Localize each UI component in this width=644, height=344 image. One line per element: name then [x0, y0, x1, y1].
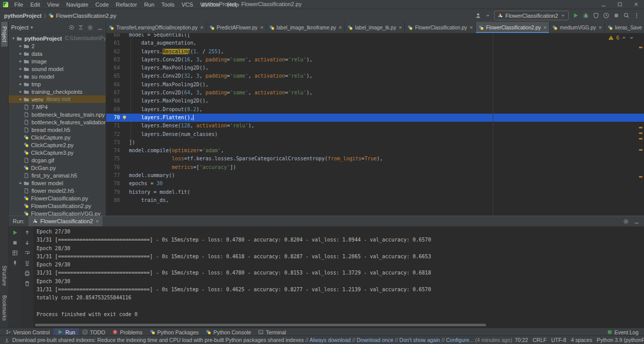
tree-item-venv[interactable]: ▸venvlibrary root: [9, 95, 106, 103]
locate-icon[interactable]: [69, 24, 75, 30]
up-stack-trace-icon[interactable]: [24, 229, 30, 236]
status-link-download-once[interactable]: Download once: [357, 337, 393, 343]
code-line-77[interactable]: 77model.summary(): [106, 171, 644, 180]
warning-stripe-mark[interactable]: [639, 132, 642, 134]
chevron-collapsed-icon[interactable]: ▸: [18, 97, 23, 101]
tree-item-7-mp4[interactable]: 7.MP4: [9, 103, 106, 111]
user-icon[interactable]: [475, 12, 481, 19]
chevron-collapsed-icon[interactable]: ▸: [18, 59, 23, 63]
close-icon[interactable]: ×: [95, 218, 99, 224]
code-line-60[interactable]: 60model = Sequential([: [106, 33, 644, 39]
breadcrumb-project[interactable]: pythonProject: [4, 13, 42, 19]
menu-file[interactable]: File: [11, 2, 27, 8]
project-panel-title[interactable]: Project: [11, 24, 28, 30]
chevron-down-icon[interactable]: [629, 35, 634, 41]
code-editor[interactable]: 60model = Sequential([61 data_augmentati…: [106, 33, 644, 216]
collapse-all-icon[interactable]: [78, 24, 84, 30]
chevron-up-icon[interactable]: [621, 35, 627, 41]
tool-button-structure[interactable]: Structure: [1, 261, 8, 291]
tool-window-button-terminal[interactable]: Terminal: [254, 328, 289, 336]
tree-item-flowerclassificationvgg-py[interactable]: FlowerClassificationVGG.py: [9, 210, 106, 216]
bug-icon[interactable]: [583, 12, 589, 19]
code-line-68[interactable]: 68 layers.MaxPooling2D(),: [106, 97, 644, 105]
close-icon[interactable]: ×: [200, 24, 203, 30]
code-line-74[interactable]: 74model.compile(optimizer='adam',: [106, 147, 644, 155]
inspections-widget[interactable]: 6: [606, 35, 636, 41]
tool-window-button-event-log[interactable]: Event Log: [603, 328, 642, 336]
play-icon[interactable]: [572, 12, 579, 19]
code-line-62[interactable]: 62 layers.Rescaling(1. / 255),: [106, 48, 644, 56]
editor-tab-flowerclassification2-py[interactable]: FlowerClassification2.py×: [476, 22, 550, 33]
code-line-76[interactable]: 76 metrics=['accuracy']): [106, 163, 644, 171]
down-stack-trace-icon[interactable]: [24, 239, 30, 246]
restore-layout-icon[interactable]: [12, 250, 18, 256]
tree-item-tmp[interactable]: ▸tmp: [9, 80, 106, 88]
tree-item-su-model[interactable]: ▸su model: [9, 73, 106, 80]
status-link-configure-[interactable]: Configure...: [446, 337, 473, 343]
tree-item-flowerclassification-py[interactable]: FlowerClassification.py: [9, 194, 106, 202]
code-line-80[interactable]: 80 train_ds,: [106, 196, 644, 204]
status-widget-utf-8[interactable]: UTF-8: [551, 337, 566, 343]
tree-item-flowerclassification2-py[interactable]: FlowerClassification2.py: [9, 202, 106, 210]
scroll-to-end-icon[interactable]: [24, 260, 30, 266]
profiler-icon[interactable]: [603, 12, 609, 19]
coverage-shield-icon[interactable]: [593, 12, 599, 19]
tree-item-flower-model[interactable]: ▸flower model: [9, 179, 106, 187]
breadcrumb-file[interactable]: FlowerClassification2.py: [56, 13, 116, 19]
code-line-70[interactable]: 70 layers.Flatten(),: [106, 114, 644, 122]
code-line-75[interactable]: 75 loss=tf.keras.losses.SparseCategorica…: [106, 155, 644, 163]
run-config-selector[interactable]: FlowerClassification2: [494, 11, 569, 20]
tree-item-clickcapture3-py[interactable]: ClickCapture3.py: [9, 149, 106, 156]
editor-tab-keras-save[interactable]: keras_Save×: [605, 22, 644, 33]
menu-view[interactable]: View: [44, 2, 63, 8]
status-link-don-t-show-again[interactable]: Don't show again: [399, 337, 440, 343]
chevron-collapsed-icon[interactable]: ▸: [18, 89, 23, 94]
code-line-64[interactable]: 64 layers.MaxPooling2D(),: [106, 64, 644, 72]
tree-item-data[interactable]: ▸data: [9, 50, 106, 57]
close-icon[interactable]: ×: [598, 24, 601, 30]
close-icon[interactable]: ×: [260, 24, 263, 30]
tree-item-clickcapture-py[interactable]: ClickCapture.py: [9, 133, 106, 141]
code-line-65[interactable]: 65 layers.Conv2D(32, 3, padding='same', …: [106, 72, 644, 80]
clear-all-icon[interactable]: [24, 280, 30, 287]
chevron-collapsed-icon[interactable]: ▸: [18, 82, 23, 86]
menu-vcs[interactable]: VCS: [178, 2, 197, 8]
tool-window-button-python-console[interactable]: Python Console: [202, 328, 254, 336]
code-line-67[interactable]: 67 layers.Conv2D(64, 3, padding='same', …: [106, 89, 644, 97]
chevron-collapsed-icon[interactable]: ▸: [18, 51, 23, 56]
soft-wrap-icon[interactable]: [24, 250, 30, 256]
tool-window-button-todo[interactable]: TODO: [79, 328, 109, 336]
tool-window-button-run[interactable]: Run: [53, 328, 79, 336]
warning-stripe-mark[interactable]: [639, 47, 642, 48]
menu-navigate[interactable]: Navigate: [62, 2, 91, 8]
code-line-63[interactable]: 63 layers.Conv2D(16, 3, padding='same', …: [106, 56, 644, 64]
tree-item-first-try-animal-h5[interactable]: first_try_animal.h5: [9, 171, 106, 179]
close-icon[interactable]: ×: [399, 24, 402, 30]
editor-tab-transferlearningofficialinception-py[interactable]: TransferLearningOfficialInception.py×: [106, 22, 207, 33]
tree-item-dcgan-py[interactable]: DcGan.py: [9, 164, 106, 171]
horizontal-scrollbar[interactable]: [35, 324, 486, 326]
tool-button-project[interactable]: Project: [1, 22, 8, 47]
minimize-icon[interactable]: [96, 24, 103, 31]
close-button[interactable]: [628, 0, 644, 9]
menu-code[interactable]: Code: [92, 2, 112, 8]
code-line-73[interactable]: 73]): [106, 139, 644, 147]
close-icon[interactable]: ×: [470, 24, 473, 30]
tree-item-clickcapture2-py[interactable]: ClickCapture2.py: [9, 141, 106, 149]
tool-window-button-problems[interactable]: Problems: [109, 328, 146, 336]
menu-tools[interactable]: Tools: [158, 2, 178, 8]
warning-stripe-mark[interactable]: [639, 138, 642, 140]
editor-tab-label-image-tknoframe-py[interactable]: label_image_tknoframe.py×: [267, 22, 345, 33]
status-widget-4-spaces[interactable]: 4 spaces: [571, 337, 592, 343]
chevron-down-icon[interactable]: ▾: [30, 25, 33, 30]
close-icon[interactable]: ×: [339, 24, 342, 30]
chevron-collapsed-icon[interactable]: ▸: [18, 44, 23, 48]
tree-item-flower-model2-h5[interactable]: flower model2.h5: [9, 187, 106, 194]
tree-item-bread-model-h5[interactable]: bread model.h5: [9, 126, 106, 133]
status-widget-python-3-9-pythonproject-[interactable]: Python 3.9 (pythonProject): [597, 337, 644, 343]
rerun-icon[interactable]: [12, 229, 18, 236]
error-stripe[interactable]: [637, 33, 644, 216]
editor-tab-mediumvgg-py[interactable]: mediumVGG.py×: [550, 22, 605, 33]
status-link-always-download[interactable]: Always download: [309, 337, 350, 343]
code-line-69[interactable]: 69 layers.Dropout(0.2),: [106, 106, 644, 114]
